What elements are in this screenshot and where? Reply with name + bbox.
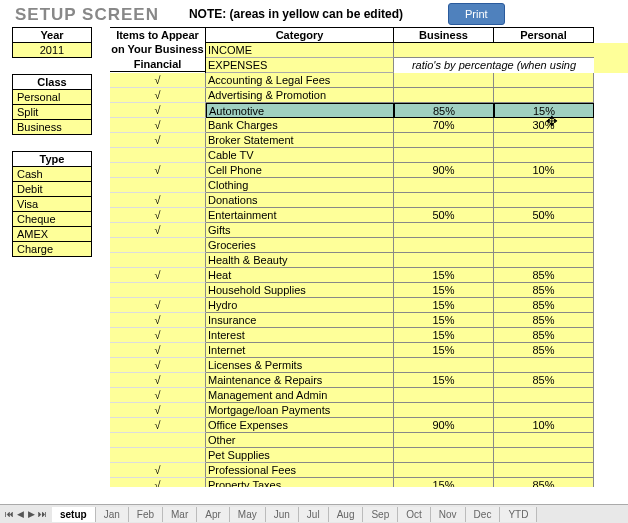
category-cell[interactable]: Heat — [206, 268, 394, 283]
sheet-tab[interactable]: Oct — [398, 507, 431, 522]
sheet-tab[interactable]: Jun — [266, 507, 299, 522]
check-cell[interactable]: √ — [110, 103, 206, 118]
personal-pct-cell[interactable]: 10% — [494, 418, 594, 433]
personal-pct-cell[interactable]: 85% — [494, 313, 594, 328]
personal-pct-cell[interactable]: 85% — [494, 478, 594, 487]
category-cell[interactable]: Professional Fees — [206, 463, 394, 478]
check-cell[interactable]: √ — [110, 208, 206, 223]
category-cell[interactable]: Entertainment — [206, 208, 394, 223]
class-cell[interactable]: Business — [13, 120, 92, 135]
category-cell[interactable]: Broker Statement — [206, 133, 394, 148]
personal-pct-cell[interactable]: 15% — [494, 103, 594, 118]
category-cell[interactable]: Property Taxes — [206, 478, 394, 487]
income-label[interactable]: INCOME — [206, 43, 394, 58]
sheet-tab[interactable]: Apr — [197, 507, 230, 522]
category-cell[interactable]: Household Supplies — [206, 283, 394, 298]
type-cell[interactable]: AMEX — [13, 227, 92, 242]
business-pct-cell[interactable] — [394, 238, 494, 253]
category-cell[interactable]: Internet — [206, 343, 394, 358]
sheet-tab[interactable]: Sep — [363, 507, 398, 522]
business-pct-cell[interactable] — [394, 358, 494, 373]
category-cell[interactable]: Gifts — [206, 223, 394, 238]
category-cell[interactable]: Health & Beauty — [206, 253, 394, 268]
check-cell[interactable]: √ — [110, 163, 206, 178]
check-cell[interactable]: √ — [110, 343, 206, 358]
business-pct-cell[interactable] — [394, 73, 494, 88]
check-cell[interactable]: √ — [110, 388, 206, 403]
category-cell[interactable]: Maintenance & Repairs — [206, 373, 394, 388]
business-pct-cell[interactable] — [394, 178, 494, 193]
sheet-tab[interactable]: setup — [52, 507, 96, 522]
business-pct-cell[interactable]: 15% — [394, 313, 494, 328]
check-cell[interactable]: √ — [110, 313, 206, 328]
personal-pct-cell[interactable]: 85% — [494, 283, 594, 298]
check-cell[interactable]: √ — [110, 478, 206, 487]
type-cell[interactable]: Debit — [13, 182, 92, 197]
personal-pct-cell[interactable] — [494, 463, 594, 478]
business-pct-cell[interactable]: 15% — [394, 268, 494, 283]
business-pct-cell[interactable] — [394, 253, 494, 268]
print-button[interactable]: Print — [448, 3, 505, 25]
check-cell[interactable]: √ — [110, 193, 206, 208]
check-cell[interactable]: √ — [110, 403, 206, 418]
year-value-cell[interactable]: 2011 — [13, 43, 92, 58]
check-cell[interactable] — [110, 253, 206, 268]
business-pct-cell[interactable]: 15% — [394, 478, 494, 487]
check-cell[interactable]: √ — [110, 328, 206, 343]
sheet-tab[interactable]: YTD — [500, 507, 537, 522]
tab-nav-first-icon[interactable]: ⏮ — [4, 508, 15, 520]
type-cell[interactable]: Charge — [13, 242, 92, 257]
personal-pct-cell[interactable] — [494, 448, 594, 463]
business-pct-cell[interactable]: 15% — [394, 343, 494, 358]
check-cell[interactable]: √ — [110, 118, 206, 133]
category-cell[interactable]: Automotive — [206, 103, 394, 118]
check-cell[interactable]: √ — [110, 223, 206, 238]
personal-pct-cell[interactable] — [494, 358, 594, 373]
check-cell[interactable] — [110, 238, 206, 253]
check-cell[interactable] — [110, 448, 206, 463]
type-cell[interactable]: Cheque — [13, 212, 92, 227]
business-pct-cell[interactable] — [394, 193, 494, 208]
category-cell[interactable]: Donations — [206, 193, 394, 208]
sheet-tab[interactable]: Jul — [299, 507, 329, 522]
class-cell[interactable]: Personal — [13, 90, 92, 105]
business-pct-cell[interactable] — [394, 388, 494, 403]
personal-pct-cell[interactable] — [494, 433, 594, 448]
business-pct-cell[interactable] — [394, 448, 494, 463]
check-cell[interactable] — [110, 178, 206, 193]
tab-nav-next-icon[interactable]: ▶ — [26, 508, 37, 520]
tab-nav-prev-icon[interactable]: ◀ — [15, 508, 26, 520]
type-cell[interactable]: Cash — [13, 167, 92, 182]
class-cell[interactable]: Split — [13, 105, 92, 120]
business-pct-cell[interactable] — [394, 133, 494, 148]
business-pct-cell[interactable] — [394, 223, 494, 238]
personal-pct-cell[interactable] — [494, 73, 594, 88]
sheet-tab[interactable]: May — [230, 507, 266, 522]
category-cell[interactable]: Advertising & Promotion — [206, 88, 394, 103]
expenses-label[interactable]: EXPENSES — [206, 58, 394, 73]
check-cell[interactable]: √ — [110, 418, 206, 433]
business-pct-cell[interactable] — [394, 403, 494, 418]
personal-pct-cell[interactable]: 85% — [494, 298, 594, 313]
category-cell[interactable]: Cable TV — [206, 148, 394, 163]
category-cell[interactable]: Management and Admin — [206, 388, 394, 403]
personal-pct-cell[interactable]: 85% — [494, 328, 594, 343]
category-cell[interactable]: Licenses & Permits — [206, 358, 394, 373]
personal-pct-cell[interactable]: 85% — [494, 268, 594, 283]
check-cell[interactable]: √ — [110, 73, 206, 88]
category-cell[interactable]: Other — [206, 433, 394, 448]
business-pct-cell[interactable] — [394, 148, 494, 163]
sheet-tab[interactable]: Nov — [431, 507, 466, 522]
category-cell[interactable]: Clothing — [206, 178, 394, 193]
check-cell[interactable]: √ — [110, 373, 206, 388]
category-cell[interactable]: Accounting & Legal Fees — [206, 73, 394, 88]
category-cell[interactable]: Mortgage/loan Payments — [206, 403, 394, 418]
category-cell[interactable]: Office Expenses — [206, 418, 394, 433]
check-cell[interactable]: √ — [110, 358, 206, 373]
business-pct-cell[interactable] — [394, 433, 494, 448]
personal-pct-cell[interactable] — [494, 238, 594, 253]
personal-pct-cell[interactable] — [494, 223, 594, 238]
personal-pct-cell[interactable] — [494, 403, 594, 418]
personal-pct-cell[interactable] — [494, 133, 594, 148]
sheet-tab[interactable]: Dec — [466, 507, 501, 522]
